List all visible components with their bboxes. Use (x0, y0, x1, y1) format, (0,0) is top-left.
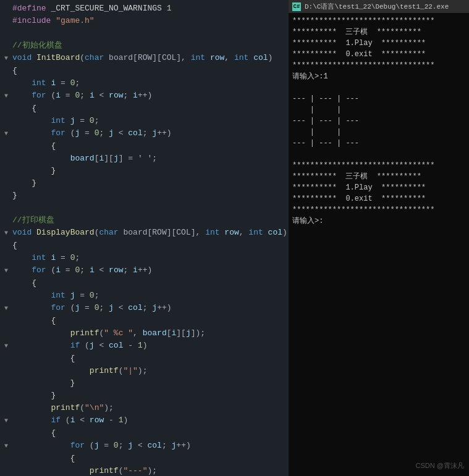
gutter-icon[interactable] (0, 65, 12, 77)
gutter-icon[interactable]: ▼ (0, 227, 12, 240)
gutter-icon[interactable] (0, 353, 12, 365)
code-text: } (12, 390, 289, 402)
code-text: #include "game.h" (12, 15, 289, 27)
gutter-icon[interactable] (0, 165, 12, 177)
gutter-icon[interactable] (0, 152, 12, 165)
terminal-line: --- | --- | --- (292, 138, 465, 149)
gutter-icon[interactable] (0, 465, 12, 476)
terminal-line: ********** 0.exit ********** (292, 193, 465, 204)
terminal-line: ********** 0.exit ********** (292, 49, 465, 60)
code-line: } (0, 165, 289, 177)
code-line: { (0, 65, 289, 77)
gutter-icon[interactable] (0, 40, 12, 52)
code-text: { (12, 353, 289, 365)
gutter-icon[interactable]: ▼ (0, 440, 12, 453)
terminal-title-text: D:\C语言\test1_22\Debug\test1_22.exe (305, 2, 449, 11)
terminal-line: ********** 三子棋 ********** (292, 27, 465, 38)
gutter-icon[interactable] (0, 202, 12, 214)
code-line: ▼ for (j = 0; j < col; j++) (0, 302, 289, 315)
terminal-line: ******************************** (292, 60, 465, 71)
code-line: printf("|"); (0, 365, 289, 377)
code-text: { (12, 140, 289, 152)
gutter-icon[interactable]: ▼ (0, 90, 12, 102)
code-line: //初始化棋盘 (0, 40, 289, 52)
code-line: { (0, 427, 289, 440)
code-text: int i = 0; (12, 77, 289, 90)
code-text: printf("---"); (12, 465, 289, 476)
terminal-line: 请输入>:1 (292, 71, 465, 82)
gutter-icon[interactable] (0, 390, 12, 402)
gutter-icon[interactable] (0, 453, 12, 465)
code-text: for (i = 0; i < row; i++) (12, 90, 289, 102)
gutter-icon[interactable] (0, 290, 12, 302)
gutter-icon[interactable] (0, 402, 12, 414)
code-text: int i = 0; (12, 252, 289, 264)
gutter-icon[interactable]: ▼ (0, 340, 12, 353)
code-line: { (0, 453, 289, 465)
gutter-icon[interactable]: ▼ (0, 414, 12, 427)
terminal-line: 请输入>: (292, 215, 465, 227)
code-line: { (0, 277, 289, 290)
gutter-icon[interactable] (0, 2, 12, 15)
code-line: //打印棋盘 (0, 214, 289, 227)
code-line: int j = 0; (0, 115, 289, 127)
gutter-icon[interactable]: ▼ (0, 302, 12, 315)
code-text: int j = 0; (12, 115, 289, 127)
gutter-icon[interactable] (0, 315, 12, 327)
code-line: ▼ for (j = 0; j < col; j++) (0, 440, 289, 453)
gutter-icon[interactable] (0, 140, 12, 152)
code-line: #include "game.h" (0, 15, 289, 27)
gutter-icon[interactable] (0, 15, 12, 27)
gutter-icon[interactable] (0, 190, 12, 202)
gutter-icon[interactable] (0, 77, 12, 90)
code-text: { (12, 240, 289, 252)
code-text: { (12, 102, 289, 115)
code-text: { (12, 453, 289, 465)
code-line: ▼ for (j = 0; j < col; j++) (0, 127, 289, 140)
code-line: } (0, 377, 289, 390)
gutter-icon[interactable]: ▼ (0, 264, 12, 277)
code-text: printf("\n"); (12, 402, 289, 414)
watermark: CSDN @霄沫凡 (416, 460, 464, 471)
gutter-icon[interactable] (0, 277, 12, 290)
code-line: int i = 0; (0, 77, 289, 90)
code-text: //打印棋盘 (12, 214, 289, 227)
gutter-icon[interactable]: ▼ (0, 52, 12, 65)
code-line: } (0, 177, 289, 190)
code-text: board[i][j] = ' '; (12, 152, 289, 165)
code-text: printf(" %c ", board[i][j]); (12, 327, 289, 340)
code-text: for (j = 0; j < col; j++) (12, 127, 289, 140)
gutter-icon[interactable] (0, 327, 12, 340)
gutter-icon[interactable] (0, 365, 12, 377)
terminal-icon: C# (292, 2, 301, 11)
gutter-icon[interactable]: ▼ (0, 127, 12, 140)
terminal-line (292, 149, 465, 160)
gutter-icon[interactable] (0, 427, 12, 440)
code-line: board[i][j] = ' '; (0, 152, 289, 165)
gutter-icon[interactable] (0, 102, 12, 115)
code-line: int j = 0; (0, 290, 289, 302)
terminal-line: --- | --- | --- (292, 93, 465, 104)
code-text: #define _CRT_SECURE_NO_WARNINGS 1 (12, 2, 289, 15)
code-line: { (0, 140, 289, 152)
gutter-icon[interactable] (0, 240, 12, 252)
gutter-icon[interactable] (0, 115, 12, 127)
gutter-icon[interactable] (0, 214, 12, 227)
code-text: for (j = 0; j < col; j++) (12, 302, 289, 315)
terminal-line: ********** 三子棋 ********** (292, 171, 465, 182)
gutter-icon[interactable] (0, 377, 12, 390)
code-text: for (i = 0; i < row; i++) (12, 264, 289, 277)
code-line: ▼ if (i < row - 1) (0, 414, 289, 427)
code-text: { (12, 277, 289, 290)
code-line: } (0, 390, 289, 402)
code-line: { (0, 315, 289, 327)
gutter-icon[interactable] (0, 252, 12, 264)
gutter-icon[interactable] (0, 177, 12, 190)
code-line: { (0, 353, 289, 365)
terminal-line (292, 82, 465, 93)
gutter-icon[interactable] (0, 27, 12, 40)
code-line: } (0, 190, 289, 202)
code-text: for (j = 0; j < col; j++) (12, 440, 289, 453)
code-line: { (0, 102, 289, 115)
code-line: printf("\n"); (0, 402, 289, 414)
